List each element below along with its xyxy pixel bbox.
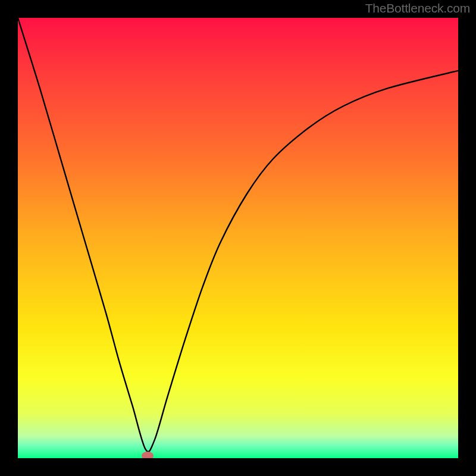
minimum-marker — [142, 452, 154, 458]
plot-area — [18, 18, 458, 458]
chart-stage: TheBottleneck.com — [0, 0, 476, 476]
watermark-text: TheBottleneck.com — [365, 1, 470, 15]
bottleneck-curve — [18, 18, 458, 458]
curve-path — [18, 18, 458, 452]
